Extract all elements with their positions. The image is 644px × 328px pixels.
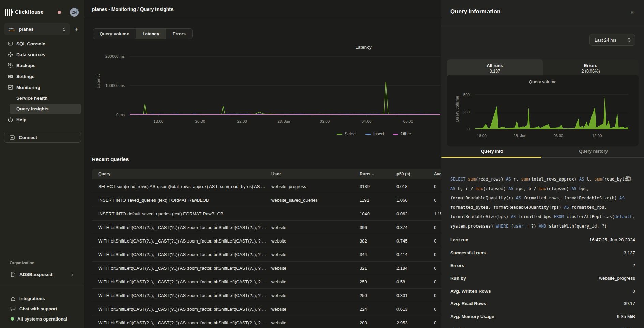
table-row[interactable]: WITH bitShiftLeft(CAST(?..), _CAST(?..))… — [92, 220, 441, 234]
cell-query: WITH bitShiftLeft(CAST(?..), _CAST(?..))… — [92, 293, 271, 298]
cell-p50: 0.414 — [396, 252, 434, 257]
sidebar-item-integrations[interactable]: Integrations — [4, 293, 81, 303]
sidebar-item-service-health[interactable]: Service health — [0, 93, 84, 104]
stat-row: Errors 2 — [441, 259, 644, 272]
help-icon — [8, 117, 13, 123]
cell-runs: 250 — [360, 293, 396, 298]
table-row[interactable]: WITH bitShiftLeft(CAST(?..), _CAST(?..))… — [92, 234, 441, 248]
cell-p50: 0.062 — [396, 211, 434, 216]
avatar[interactable]: ZN — [70, 8, 79, 17]
copy-icon[interactable] — [626, 176, 632, 182]
sidebar-item-sql-console[interactable]: SQL Console — [0, 38, 84, 49]
cell-user: website — [271, 279, 360, 284]
notification-dot[interactable] — [58, 11, 61, 14]
svg-text:06:00: 06:00 — [553, 134, 563, 138]
close-icon[interactable]: × — [628, 8, 636, 17]
table-row[interactable]: INSERT INTO default.saved_queries (text)… — [92, 207, 441, 220]
connect-button[interactable]: Connect — [4, 132, 81, 143]
cell-avg: 0 — [434, 320, 441, 325]
cell-p50: 2.953 — [396, 320, 434, 325]
recent-queries-title: Recent queries — [92, 156, 129, 162]
cell-user: website — [271, 266, 360, 271]
cell-query: WITH bitShiftLeft(CAST(?..), _CAST(?..))… — [92, 279, 271, 284]
table-row[interactable]: WITH bitShiftLeft(CAST(?..), _CAST(?..))… — [92, 248, 441, 261]
sidebar-item-monitoring[interactable]: Monitoring — [0, 82, 84, 93]
sidebar-header: ClickHouse ZN — [0, 3, 84, 16]
cell-query: WITH bitShiftLeft(CAST(?..), _CAST(?..))… — [92, 266, 271, 271]
latency-chart-legend: SelectInsertOther — [337, 131, 411, 136]
stat-label: Avg. Memory Usage — [450, 314, 494, 319]
cell-runs: 344 — [360, 252, 396, 257]
service-selector[interactable]: aws planes — [4, 23, 70, 35]
svg-text:250: 250 — [463, 110, 470, 114]
svg-text:aws: aws — [9, 27, 14, 30]
sidebar-item-help[interactable]: Help — [0, 114, 84, 125]
stat-value: website_progress — [599, 276, 635, 281]
integrations-icon — [10, 296, 16, 301]
sidebar-item-backups[interactable]: Backups — [0, 60, 84, 71]
panel-divider — [441, 26, 644, 26]
svg-text:12:00: 12:00 — [592, 134, 602, 138]
organization-icon — [10, 271, 16, 277]
latency-chart: 0 ms100000 ms200000 ms18:0020:0022:0028.… — [84, 41, 441, 140]
sql-query-text: SELECT sum(read_rows) AS r, sum(total_ro… — [450, 175, 636, 231]
table-row[interactable]: WITH bitShiftLeft(CAST(?..), _CAST(?..))… — [92, 302, 441, 316]
table-row[interactable]: WITH bitShiftLeft(CAST(?..), _CAST(?..))… — [92, 288, 441, 302]
legend-item-insert[interactable]: Insert — [365, 131, 384, 136]
time-range-select[interactable]: Last 24 hrs — [589, 34, 635, 46]
cell-user: website — [271, 252, 360, 257]
legend-item-other[interactable]: Other — [393, 131, 411, 136]
organization-name: ADSB.exposed — [19, 272, 72, 277]
column-header-avg[interactable]: Avg. — [434, 172, 441, 176]
panel-title: Query information — [450, 8, 500, 15]
sidebar-item-data-sources[interactable]: Data sources — [0, 49, 84, 60]
table-row[interactable]: SELECT sum(read_rows) AS r, sum(total_ro… — [92, 179, 441, 193]
chevron-updown-icon — [62, 27, 66, 32]
svg-text:22:00: 22:00 — [237, 119, 247, 123]
cell-p50: 0.374 — [396, 225, 434, 230]
status-ok-icon — [11, 317, 14, 321]
organization-selector[interactable]: ADSB.exposed › — [4, 269, 81, 279]
tab-errors[interactable]: Errors — [166, 29, 192, 39]
stat-value: 3,137 — [624, 250, 635, 255]
column-header-p50[interactable]: p50 (s) — [396, 172, 434, 176]
svg-text:18:00: 18:00 — [153, 119, 163, 123]
table-row[interactable]: WITH bitShiftLeft(CAST(?..), _CAST(?..))… — [92, 261, 441, 275]
cell-avg: 1.15 — [434, 211, 441, 216]
column-header-user: User — [271, 172, 360, 176]
table-row[interactable]: WITH bitShiftLeft(CAST(?..), _CAST(?..))… — [92, 275, 441, 288]
sidebar-item-settings[interactable]: Settings — [0, 71, 84, 82]
cell-p50: 2.184 — [396, 266, 434, 271]
cell-runs: 1040 — [360, 211, 396, 216]
cell-user: website — [271, 307, 360, 312]
table-row[interactable]: INSERT INTO saved_queries (text) FORMAT … — [92, 193, 441, 207]
table-row[interactable]: WITH bitShiftLeft(CAST(?..), _CAST(?..))… — [92, 316, 441, 328]
add-service-button[interactable]: + — [71, 23, 82, 35]
recent-queries-table: Query User Runs⌄ p50 (s) Avg. SELECT sum… — [92, 169, 441, 328]
active-tab-underline — [441, 157, 541, 158]
cell-user: website — [271, 320, 360, 325]
legend-item-select[interactable]: Select — [337, 131, 357, 136]
svg-text:28. Jun: 28. Jun — [277, 119, 290, 123]
cell-runs: 396 — [360, 225, 396, 230]
column-header-runs[interactable]: Runs⌄ — [360, 172, 396, 176]
tab-latency[interactable]: Latency — [136, 29, 166, 39]
table-header: Query User Runs⌄ p50 (s) Avg. — [92, 169, 441, 179]
sidebar-item-system-status[interactable]: All systems operational — [4, 314, 81, 324]
tab-query-history[interactable]: Query history — [543, 149, 644, 158]
sidebar-item-query-insights[interactable]: Query insights — [10, 104, 81, 114]
cell-user: website — [271, 293, 360, 298]
sidebar-item-chat-support[interactable]: Chat with support — [4, 303, 81, 314]
cell-runs: 3139 — [360, 184, 396, 189]
stat-value: 9.35 MiB — [617, 314, 635, 319]
query-volume-card: Query volume Query volume 025050018:0028… — [447, 75, 639, 146]
brand-name: ClickHouse — [15, 9, 44, 15]
clickhouse-logo-icon — [5, 9, 13, 16]
cell-avg: 0 — [434, 279, 441, 284]
tab-query-volume[interactable]: Query volume — [93, 29, 136, 39]
stat-label: Successful runs — [450, 250, 486, 255]
svg-text:06:00: 06:00 — [403, 119, 413, 123]
legend-swatch-icon — [393, 134, 398, 135]
svg-text:04:00: 04:00 — [362, 119, 372, 123]
stat-row: Successful runs 3,137 — [441, 246, 644, 259]
